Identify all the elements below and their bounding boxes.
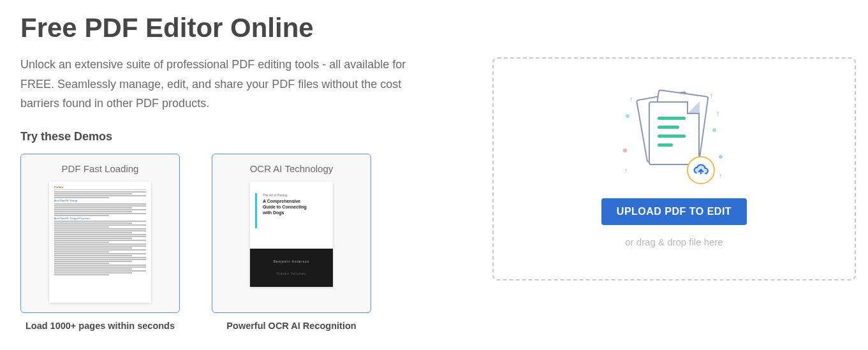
page-title: Free PDF Editor Online [20,13,435,43]
demos-heading: Try these Demos [20,130,435,143]
demo-card-fast-loading[interactable]: PDF Fast Loading Preface About OpenSSL: … [20,154,180,331]
demo-preview-book-icon: The Art of Petting A Comprehensive Guide… [250,182,333,287]
demo-card-ocr[interactable]: OCR AI Technology The Art of Petting A C… [212,154,371,331]
upload-button[interactable]: UPLOAD PDF TO EDIT [601,198,747,225]
page-subtitle: Unlock an extensive suite of professiona… [20,55,429,113]
demo-caption: Powerful OCR AI Recognition [212,321,371,331]
drag-drop-hint: or drag & drop file here [625,237,723,247]
demo-title: OCR AI Technology [250,163,334,174]
documents-illustration-icon: ↑ ↑ ↑ ↑ ↑ [623,91,725,187]
demo-caption: Load 1000+ pages within seconds [20,321,180,331]
demo-box: PDF Fast Loading Preface About OpenSSL: … [20,154,180,313]
demo-box: OCR AI Technology The Art of Petting A C… [212,154,371,313]
demo-title: PDF Fast Loading [62,163,139,174]
cloud-upload-icon [687,156,715,184]
demos-row: PDF Fast Loading Preface About OpenSSL: … [20,154,435,331]
demo-preview-document-icon: Preface About OpenSSL: Settings About Op… [49,182,151,303]
upload-dropzone[interactable]: ↑ ↑ ↑ ↑ ↑ UPLOAD PDF TO EDIT or drag & d… [492,57,856,281]
